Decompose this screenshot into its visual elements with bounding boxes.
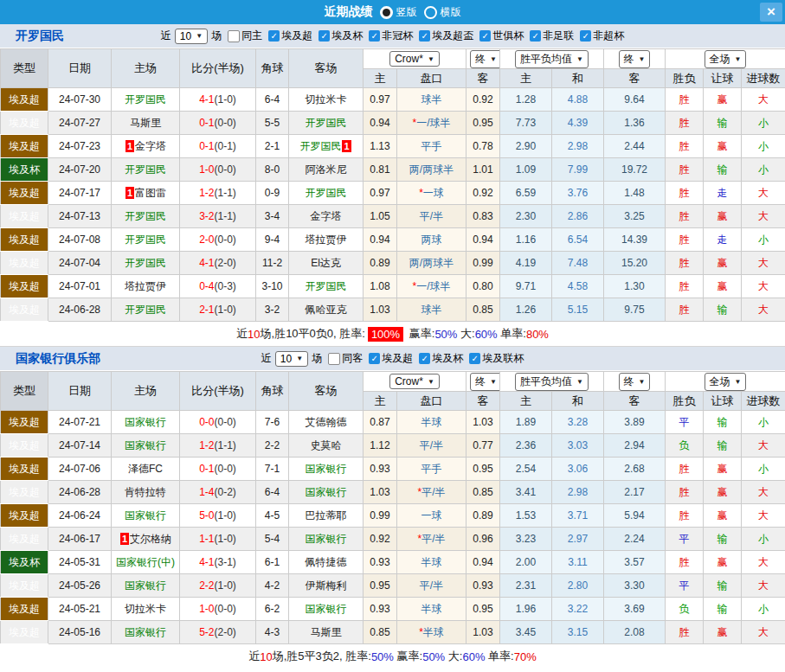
odds-away-cell: 0.92 [466,182,500,205]
corners-cell: 2-2 [256,434,289,458]
odds-home-cell: 0.99 [364,504,397,528]
avg-final-select-value: 终 [624,52,634,67]
league-filter-checkbox[interactable]: ✓ [319,30,330,42]
handicap-cell: 一球 [397,504,466,528]
full-time-score: 4-1 [199,93,214,106]
summary-segment: 单率: [498,326,526,342]
avg-draw-cell: 2.80 [552,574,604,598]
avg-away-cell: 3.69 [604,598,666,621]
league-filter-checkbox[interactable]: ✓ [530,30,541,42]
date-cell: 24-06-28 [48,481,112,504]
half-time-score: (1-0) [215,533,236,545]
league-filter-checkbox[interactable]: ✓ [469,353,480,364]
avg-draw-cell: 2.98 [552,481,604,504]
vertical-layout-label[interactable]: 竖版 [396,5,417,20]
horizontal-layout-label[interactable]: 横版 [441,5,461,20]
odds-away-cell: 0.77 [466,434,500,458]
avg-header: 胜平负均值▼ [500,49,604,69]
odds-final-select[interactable]: 终▼ [470,373,500,391]
avg-draw-cell: 7.99 [552,158,604,182]
summary-segment: 大: [457,326,474,342]
avg-select-value: 胜平负均值 [520,52,572,67]
league-filter-checkbox[interactable]: ✓ [419,30,430,42]
league-filter-checkbox[interactable]: ✓ [419,353,430,364]
near-label: 近 [261,351,272,366]
handicap-line: 半球 [421,556,442,568]
handicap-line: 半球 [421,416,442,428]
titlebar: 近期战绩 竖版 横版 × [0,0,785,24]
result-goals-cell: 小 [742,112,785,135]
avg-away-cell: 19.72 [604,158,666,182]
chevron-down-icon: ▼ [196,32,203,40]
avg-final-select[interactable]: 终▼ [619,50,651,68]
home-team-cell: 国家银行 [112,504,180,528]
league-filter-checkbox[interactable]: ✓ [580,30,591,42]
handicap-line: 球半 [421,304,442,316]
avg-home-cell: 1.53 [500,504,552,528]
horizontal-layout-radio[interactable] [424,6,437,19]
match-count-select[interactable]: 10▼ [175,29,208,44]
date-cell: 24-06-24 [48,504,112,528]
league-filter-label: 埃及杯 [432,351,463,366]
avg-select[interactable]: 胜平负均值▼ [515,50,589,68]
fullmatch-select[interactable]: 全场▼ [705,373,747,391]
avg-final-select[interactable]: 终▼ [619,373,651,391]
date-cell: 24-06-17 [48,528,112,551]
league-type-cell: 埃及超 [1,135,48,158]
odds-company-select[interactable]: Crow*▼ [389,374,440,389]
handicap-line: 球半 [421,93,442,106]
league-filter-label: 埃及超 [281,29,312,43]
odds-company-select[interactable]: Crow*▼ [389,51,440,67]
odds-home-cell: 0.92 [364,528,397,551]
league-filter-checkbox[interactable]: ✓ [369,353,380,364]
summary-segment: 赢率: [394,649,422,664]
avg-draw-cell: 3.22 [552,598,604,621]
half-time-score: (1-1) [215,187,236,199]
odds-away-cell: 1.03 [466,621,500,644]
odds-home-cell: 1.13 [364,135,397,158]
summary-segment: 近 [248,649,260,664]
odds-final-select[interactable]: 终▼ [470,50,500,68]
away-team-name: 开罗国民 [306,187,347,199]
same-venue-checkbox[interactable] [228,30,240,42]
match-count-select[interactable]: 10▼ [275,351,308,367]
col-avg-home: 主 [500,392,552,411]
half-time-score: (1-0) [215,579,236,592]
odds-away-cell: 0.92 [466,88,500,112]
away-team-cell: 艾德翰德 [289,411,364,434]
avg-select[interactable]: 胜平负均值▼ [515,373,589,391]
league-filter-checkbox[interactable]: ✓ [268,30,280,42]
half-time-score: (0-1) [215,140,236,152]
league-type-cell: 埃及超 [1,598,48,621]
league-type-cell: 埃及超 [1,182,48,205]
avg-home-cell: 3.45 [500,621,552,644]
vertical-layout-radio[interactable] [380,6,393,19]
section-header-bar: 开罗国民近10▼场同主✓埃及超✓埃及杯✓非冠杯✓埃及超盃✓世俱杯✓非足联✓非超杯 [0,24,785,48]
odds-home-cell: 1.08 [364,275,397,298]
league-filter-checkbox[interactable]: ✓ [479,30,491,42]
odds-company-select-value: Crow* [395,375,423,387]
avg-home-cell: 9.71 [500,275,552,298]
result-wdl-cell: 负 [666,598,704,621]
sections-container: 开罗国民近10▼场同主✓埃及超✓埃及杯✓非冠杯✓埃及超盃✓世俱杯✓非足联✓非超杯… [0,24,785,669]
corners-cell: 7-6 [256,411,289,434]
date-cell: 24-07-04 [48,252,112,275]
same-venue-checkbox[interactable] [328,353,340,365]
league-filter-checkbox[interactable]: ✓ [369,30,380,42]
result-goals-cell: 小 [742,458,785,481]
col-odds-away: 客 [466,69,500,88]
result-goals-cell: 大 [742,621,785,644]
close-icon[interactable]: × [760,3,782,22]
away-team-cell: 佩哈亚克 [289,298,364,322]
full-time-score: 0-1 [199,140,214,152]
fullmatch-select[interactable]: 全场▼ [705,50,747,68]
avg-draw-cell: 4.88 [552,88,604,112]
league-type-cell: 埃及超 [1,458,48,481]
home-team-name: 国家银行(中) [116,556,175,568]
home-team-cell: 开罗国民 [112,298,180,322]
away-team-cell: 塔拉贾伊 [289,228,364,252]
result-wdl-cell: 胜 [666,205,704,228]
handicap-line: 一/球半 [416,117,450,129]
result-wdl-cell: 胜 [666,504,704,528]
match-row: 埃及超24-07-231金字塔0-1(0-1)2-1开罗国民11.13平手0.7… [1,135,785,158]
